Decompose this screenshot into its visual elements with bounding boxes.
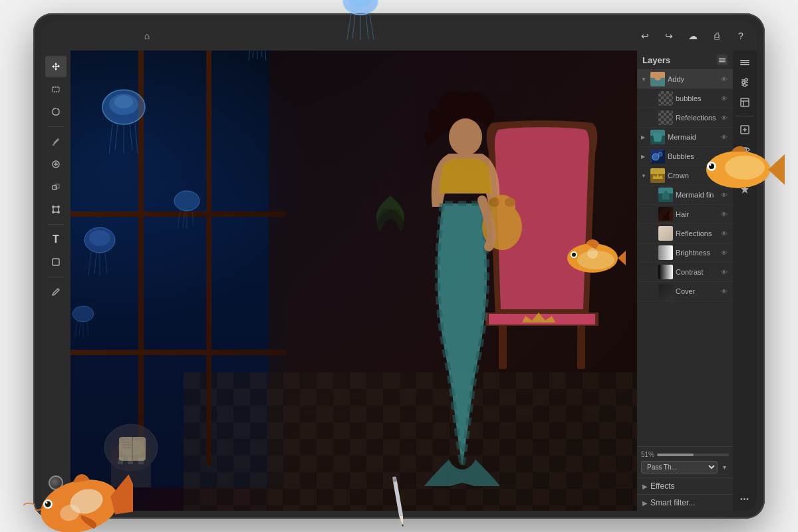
layer-name: Brightness: [676, 249, 717, 257]
svg-line-111: [402, 525, 403, 527]
layer-item[interactable]: ▼ Crown 👁: [637, 166, 733, 186]
layer-name: Crown: [668, 172, 717, 180]
layers-panel: Layers ▼: [637, 51, 733, 511]
layer-expand-arrow[interactable]: ▶: [641, 134, 648, 140]
svg-point-61: [587, 248, 598, 259]
layer-visibility[interactable]: 👁: [720, 152, 729, 162]
svg-point-11: [58, 211, 59, 213]
svg-rect-6: [55, 184, 59, 188]
blend-mode-select[interactable]: Pass Th... Normal Multiply Screen Overla…: [641, 461, 718, 473]
layer-expand-arrow[interactable]: ▶: [641, 154, 648, 160]
top-bar: ⌂ ↩ ↪ ☁ ⎙ ?: [41, 21, 757, 51]
svg-point-34: [174, 191, 200, 211]
svg-point-79: [743, 84, 746, 86]
layer-visibility[interactable]: 👁: [720, 248, 729, 258]
svg-point-22: [114, 95, 133, 108]
blend-mode-row: Pass Th... Normal Multiply Screen Overla…: [641, 461, 729, 473]
cloud-button[interactable]: ☁: [684, 27, 702, 45]
layer-visibility[interactable]: 👁: [720, 190, 729, 200]
svg-line-26: [130, 124, 132, 150]
layer-item[interactable]: ▼ Addy 👁: [637, 70, 733, 89]
layer-item[interactable]: Brightness 👁: [637, 243, 733, 263]
adjustments-icon[interactable]: [735, 73, 754, 92]
left-toolbar: T: [41, 51, 70, 511]
svg-line-24: [115, 124, 118, 150]
svg-point-95: [343, 0, 378, 15]
layer-item[interactable]: bubbles 👁: [637, 89, 733, 108]
layer-name: Hair: [676, 210, 717, 218]
add-layer-icon[interactable]: [735, 120, 754, 139]
move-tool[interactable]: [45, 56, 66, 77]
layer-visibility[interactable]: 👁: [720, 94, 729, 104]
layer-expand-arrow[interactable]: ▼: [641, 76, 648, 82]
layer-item[interactable]: Hair 👁: [637, 205, 733, 224]
svg-rect-5: [53, 186, 57, 190]
layer-item[interactable]: ▶ Bubbles 👁: [637, 147, 733, 166]
svg-point-97: [354, 0, 367, 2]
layers-options[interactable]: [717, 55, 728, 65]
layer-item[interactable]: Cover 👁: [637, 282, 733, 301]
effects-row[interactable]: ▶ Effects: [637, 477, 733, 494]
svg-point-86: [743, 148, 747, 152]
help-button[interactable]: ?: [732, 27, 750, 45]
home-button[interactable]: ⌂: [138, 27, 156, 45]
shape-tool[interactable]: [45, 251, 66, 273]
layer-expand-arrow[interactable]: ▼: [641, 173, 648, 179]
layer-item[interactable]: Contrast 👁: [637, 263, 733, 282]
svg-point-8: [53, 206, 54, 207]
layer-item[interactable]: ▶ Mermaid 👁: [637, 128, 733, 147]
layer-visibility[interactable]: 👁: [720, 267, 729, 277]
svg-point-70: [658, 152, 662, 156]
layers-list: ▼ Addy 👁 bubbles 👁: [637, 70, 733, 446]
layer-item[interactable]: Refelections 👁: [637, 108, 733, 128]
visibility-icon[interactable]: [735, 140, 754, 159]
layer-name: Mermaid: [668, 133, 717, 141]
svg-line-33: [105, 253, 107, 273]
healing-tool[interactable]: [45, 154, 66, 175]
layers-icon[interactable]: [735, 53, 754, 72]
effects-label: Effects: [650, 481, 674, 491]
layer-thumbnail: [658, 110, 673, 125]
layer-item[interactable]: Mermaid fin 👁: [637, 186, 733, 205]
layer-visibility[interactable]: 👁: [720, 113, 729, 123]
brush-tool[interactable]: [45, 281, 66, 303]
fx-icon[interactable]: [735, 180, 754, 199]
undo-button[interactable]: ↩: [636, 27, 654, 45]
smart-filter-row[interactable]: ▶ Smart filter...: [637, 494, 733, 511]
svg-point-54: [505, 198, 515, 207]
marquee-tool[interactable]: [45, 78, 66, 100]
svg-line-43: [87, 322, 88, 336]
canvas-area[interactable]: [70, 51, 637, 511]
svg-line-23: [109, 124, 112, 154]
more-options-icon[interactable]: •••: [735, 489, 754, 508]
layer-visibility[interactable]: 👁: [720, 229, 729, 239]
brush-size-indicator[interactable]: [45, 472, 66, 493]
svg-line-30: [88, 252, 91, 275]
eyedropper-tool[interactable]: [45, 131, 66, 152]
svg-point-77: [745, 78, 747, 81]
svg-point-60: [572, 253, 576, 257]
layer-visibility[interactable]: 👁: [720, 209, 729, 219]
lasso-tool[interactable]: [45, 101, 66, 122]
layer-visibility[interactable]: 👁: [720, 287, 729, 297]
layer-visibility[interactable]: 👁: [720, 171, 729, 181]
redo-button[interactable]: ↪: [660, 27, 678, 45]
svg-rect-73: [740, 64, 749, 65]
svg-line-41: [79, 322, 80, 336]
layer-visibility[interactable]: 👁: [720, 132, 729, 142]
layer-name: Contrast: [676, 268, 717, 276]
transform-tool[interactable]: [45, 199, 66, 220]
libraries-icon[interactable]: [735, 93, 754, 112]
layer-visibility[interactable]: 👁: [720, 74, 729, 84]
effects-arrow: ▶: [642, 483, 648, 490]
share-button[interactable]: ⎙: [708, 27, 726, 45]
svg-line-40: [75, 321, 77, 337]
clone-tool[interactable]: [45, 176, 66, 198]
layer-item[interactable]: Reflections 👁: [637, 224, 733, 243]
text-tool[interactable]: T: [45, 229, 66, 250]
layers-header: Layers: [637, 51, 733, 70]
blend-dropdown[interactable]: ▾: [720, 462, 729, 472]
svg-point-29: [89, 230, 110, 246]
svg-point-9: [58, 206, 59, 207]
mask-icon[interactable]: [735, 160, 754, 179]
